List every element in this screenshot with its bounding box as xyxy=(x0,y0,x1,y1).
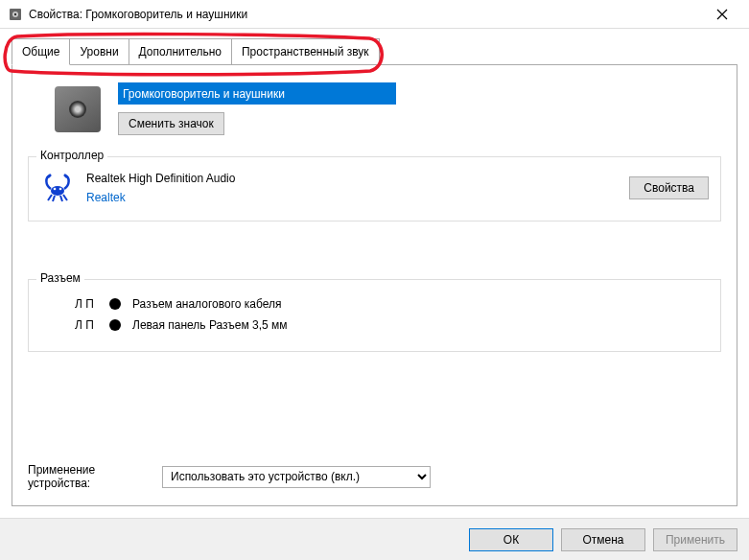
jack-color-dot xyxy=(109,298,121,310)
speaker-window-icon xyxy=(8,7,23,22)
jack-row: Л П Разъем аналогового кабеля xyxy=(40,293,709,315)
tab-advanced[interactable]: Дополнительно xyxy=(129,38,232,64)
jack-color-dot xyxy=(109,319,121,331)
realtek-crab-icon xyxy=(40,171,75,205)
controller-group: Контроллер Realtek High Definition Audio… xyxy=(28,156,721,222)
controller-group-title: Контроллер xyxy=(36,149,107,162)
jack-channels: Л П xyxy=(75,318,98,332)
device-usage-select[interactable]: Использовать это устройство (вкл.) xyxy=(162,466,431,488)
svg-point-4 xyxy=(54,188,57,191)
jack-group: Разъем Л П Разъем аналогового кабеля Л П… xyxy=(28,279,721,352)
close-button[interactable] xyxy=(703,1,741,28)
jack-channels: Л П xyxy=(75,297,98,311)
svg-point-3 xyxy=(51,186,64,196)
ok-button[interactable]: ОК xyxy=(469,528,553,551)
cancel-button[interactable]: Отмена xyxy=(561,528,645,551)
jack-row: Л П Левая панель Разъем 3,5 мм xyxy=(40,315,709,336)
window-title: Свойства: Громкоговоритель и наушники xyxy=(29,8,703,21)
jack-label: Разъем аналогового кабеля xyxy=(132,297,281,311)
tab-levels[interactable]: Уровни xyxy=(69,38,129,64)
jack-group-title: Разъем xyxy=(36,271,84,285)
device-usage-row: Применение устройства: Использовать это … xyxy=(28,463,721,490)
svg-point-2 xyxy=(14,12,16,14)
controller-vendor-link[interactable]: Realtek xyxy=(86,191,618,204)
tab-panel-general: Сменить значок Контроллер Realte xyxy=(12,65,737,506)
change-icon-button[interactable]: Сменить значок xyxy=(118,112,224,135)
dialog-footer: ОК Отмена Применить xyxy=(0,518,749,560)
device-name-input[interactable] xyxy=(118,82,396,105)
controller-name: Realtek High Definition Audio xyxy=(86,172,618,185)
apply-button[interactable]: Применить xyxy=(653,528,737,551)
device-usage-label: Применение устройства: xyxy=(28,463,124,490)
titlebar: Свойства: Громкоговоритель и наушники xyxy=(0,0,749,29)
device-speaker-icon xyxy=(55,86,101,132)
jack-label: Левая панель Разъем 3,5 мм xyxy=(132,318,288,332)
tab-spatial-sound[interactable]: Пространственный звук xyxy=(231,38,380,64)
controller-properties-button[interactable]: Свойства xyxy=(629,176,709,199)
svg-point-5 xyxy=(59,188,62,191)
tab-general[interactable]: Общие xyxy=(12,38,70,65)
tab-strip: Общие Уровни Дополнительно Пространствен… xyxy=(12,38,737,65)
